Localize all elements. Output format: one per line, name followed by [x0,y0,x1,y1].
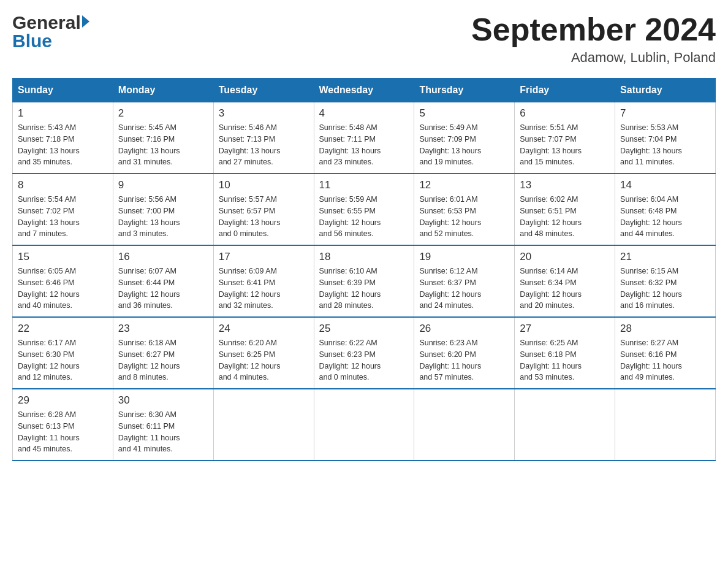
day-info: Sunrise: 6:07 AMSunset: 6:44 PMDaylight:… [118,267,180,310]
calendar-cell [314,389,414,461]
calendar-cell: 26 Sunrise: 6:23 AMSunset: 6:20 PMDaylig… [414,317,515,389]
column-header-thursday: Thursday [414,79,515,102]
day-info: Sunrise: 6:04 AMSunset: 6:48 PMDaylight:… [620,195,682,238]
day-number: 9 [118,179,208,191]
day-number: 8 [18,179,108,191]
calendar-cell: 10 Sunrise: 5:57 AMSunset: 6:57 PMDaylig… [213,174,314,245]
calendar-cell [414,389,515,461]
title-block: September 2024 Adamow, Lublin, Poland [471,12,716,66]
day-number: 3 [219,107,309,120]
day-number: 25 [319,323,409,335]
calendar-cell: 29 Sunrise: 6:28 AMSunset: 6:13 PMDaylig… [13,389,113,461]
calendar-cell: 17 Sunrise: 6:09 AMSunset: 6:41 PMDaylig… [213,245,314,317]
day-info: Sunrise: 6:28 AMSunset: 6:13 PMDaylight:… [18,410,80,453]
column-header-tuesday: Tuesday [213,79,314,102]
day-info: Sunrise: 6:23 AMSunset: 6:20 PMDaylight:… [419,339,481,381]
calendar-cell: 20 Sunrise: 6:14 AMSunset: 6:34 PMDaylig… [515,245,615,317]
calendar-cell: 23 Sunrise: 6:18 AMSunset: 6:27 PMDaylig… [113,317,213,389]
day-info: Sunrise: 6:02 AMSunset: 6:51 PMDaylight:… [520,195,582,238]
calendar-cell: 15 Sunrise: 6:05 AMSunset: 6:46 PMDaylig… [13,245,113,317]
day-number: 5 [419,107,509,120]
calendar-cell: 1 Sunrise: 5:43 AMSunset: 7:18 PMDayligh… [13,102,113,174]
day-info: Sunrise: 5:43 AMSunset: 7:18 PMDaylight:… [18,123,80,166]
day-number: 26 [419,323,509,335]
calendar-week-row: 22 Sunrise: 6:17 AMSunset: 6:30 PMDaylig… [13,317,716,389]
month-title: September 2024 [471,12,716,47]
day-info: Sunrise: 6:25 AMSunset: 6:18 PMDaylight:… [520,339,582,381]
day-number: 19 [419,251,509,263]
calendar-cell: 30 Sunrise: 6:30 AMSunset: 6:11 PMDaylig… [113,389,213,461]
day-number: 17 [219,251,309,263]
calendar-cell [615,389,716,461]
day-info: Sunrise: 5:48 AMSunset: 7:11 PMDaylight:… [319,123,381,166]
day-info: Sunrise: 5:53 AMSunset: 7:04 PMDaylight:… [620,123,682,166]
day-info: Sunrise: 6:18 AMSunset: 6:27 PMDaylight:… [118,339,180,381]
day-number: 27 [520,323,610,335]
day-info: Sunrise: 5:59 AMSunset: 6:55 PMDaylight:… [319,195,381,238]
calendar-cell: 9 Sunrise: 5:56 AMSunset: 7:00 PMDayligh… [113,174,213,245]
column-header-sunday: Sunday [13,79,113,102]
day-number: 10 [219,179,309,191]
logo-arrow-icon [82,15,89,28]
calendar-cell: 25 Sunrise: 6:22 AMSunset: 6:23 PMDaylig… [314,317,414,389]
day-info: Sunrise: 6:22 AMSunset: 6:23 PMDaylight:… [319,339,381,381]
logo-general-text: General [12,12,81,33]
calendar-week-row: 8 Sunrise: 5:54 AMSunset: 7:02 PMDayligh… [13,174,716,245]
calendar-cell: 4 Sunrise: 5:48 AMSunset: 7:11 PMDayligh… [314,102,414,174]
calendar-cell: 3 Sunrise: 5:46 AMSunset: 7:13 PMDayligh… [213,102,314,174]
day-info: Sunrise: 6:10 AMSunset: 6:39 PMDaylight:… [319,267,381,310]
calendar-cell: 13 Sunrise: 6:02 AMSunset: 6:51 PMDaylig… [515,174,615,245]
day-number: 14 [620,179,710,191]
calendar-cell: 14 Sunrise: 6:04 AMSunset: 6:48 PMDaylig… [615,174,716,245]
calendar-cell: 19 Sunrise: 6:12 AMSunset: 6:37 PMDaylig… [414,245,515,317]
calendar-cell: 8 Sunrise: 5:54 AMSunset: 7:02 PMDayligh… [13,174,113,245]
day-number: 11 [319,179,409,191]
day-info: Sunrise: 6:14 AMSunset: 6:34 PMDaylight:… [520,267,582,310]
logo: General Blue [12,12,89,52]
day-number: 16 [118,251,208,263]
day-info: Sunrise: 6:12 AMSunset: 6:37 PMDaylight:… [419,267,481,310]
calendar-table: SundayMondayTuesdayWednesdayThursdayFrid… [12,78,716,461]
calendar-cell [213,389,314,461]
day-info: Sunrise: 6:20 AMSunset: 6:25 PMDaylight:… [219,339,281,381]
day-number: 2 [118,107,208,120]
calendar-cell: 24 Sunrise: 6:20 AMSunset: 6:25 PMDaylig… [213,317,314,389]
calendar-cell: 16 Sunrise: 6:07 AMSunset: 6:44 PMDaylig… [113,245,213,317]
day-number: 28 [620,323,710,335]
day-number: 18 [319,251,409,263]
day-number: 1 [18,107,108,120]
day-info: Sunrise: 5:54 AMSunset: 7:02 PMDaylight:… [18,195,80,238]
calendar-week-row: 29 Sunrise: 6:28 AMSunset: 6:13 PMDaylig… [13,389,716,461]
day-info: Sunrise: 5:49 AMSunset: 7:09 PMDaylight:… [419,123,481,166]
calendar-cell: 18 Sunrise: 6:10 AMSunset: 6:39 PMDaylig… [314,245,414,317]
day-number: 20 [520,251,610,263]
calendar-cell: 27 Sunrise: 6:25 AMSunset: 6:18 PMDaylig… [515,317,615,389]
calendar-cell [515,389,615,461]
calendar-header-row: SundayMondayTuesdayWednesdayThursdayFrid… [13,79,716,102]
day-number: 7 [620,107,710,120]
day-number: 29 [18,394,108,407]
calendar-week-row: 15 Sunrise: 6:05 AMSunset: 6:46 PMDaylig… [13,245,716,317]
day-number: 12 [419,179,509,191]
day-info: Sunrise: 6:01 AMSunset: 6:53 PMDaylight:… [419,195,481,238]
day-number: 4 [319,107,409,120]
day-number: 6 [520,107,610,120]
calendar-cell: 2 Sunrise: 5:45 AMSunset: 7:16 PMDayligh… [113,102,213,174]
day-info: Sunrise: 6:09 AMSunset: 6:41 PMDaylight:… [219,267,281,310]
calendar-cell: 21 Sunrise: 6:15 AMSunset: 6:32 PMDaylig… [615,245,716,317]
day-number: 24 [219,323,309,335]
day-number: 13 [520,179,610,191]
day-info: Sunrise: 6:30 AMSunset: 6:11 PMDaylight:… [118,410,180,453]
calendar-cell: 11 Sunrise: 5:59 AMSunset: 6:55 PMDaylig… [314,174,414,245]
location-label: Adamow, Lublin, Poland [471,50,716,66]
calendar-cell: 28 Sunrise: 6:27 AMSunset: 6:16 PMDaylig… [615,317,716,389]
column-header-wednesday: Wednesday [314,79,414,102]
day-info: Sunrise: 5:51 AMSunset: 7:07 PMDaylight:… [520,123,582,166]
calendar-cell: 6 Sunrise: 5:51 AMSunset: 7:07 PMDayligh… [515,102,615,174]
day-number: 21 [620,251,710,263]
column-header-saturday: Saturday [615,79,716,102]
day-info: Sunrise: 5:57 AMSunset: 6:57 PMDaylight:… [219,195,281,238]
day-number: 15 [18,251,108,263]
day-number: 30 [118,394,208,407]
calendar-cell: 5 Sunrise: 5:49 AMSunset: 7:09 PMDayligh… [414,102,515,174]
